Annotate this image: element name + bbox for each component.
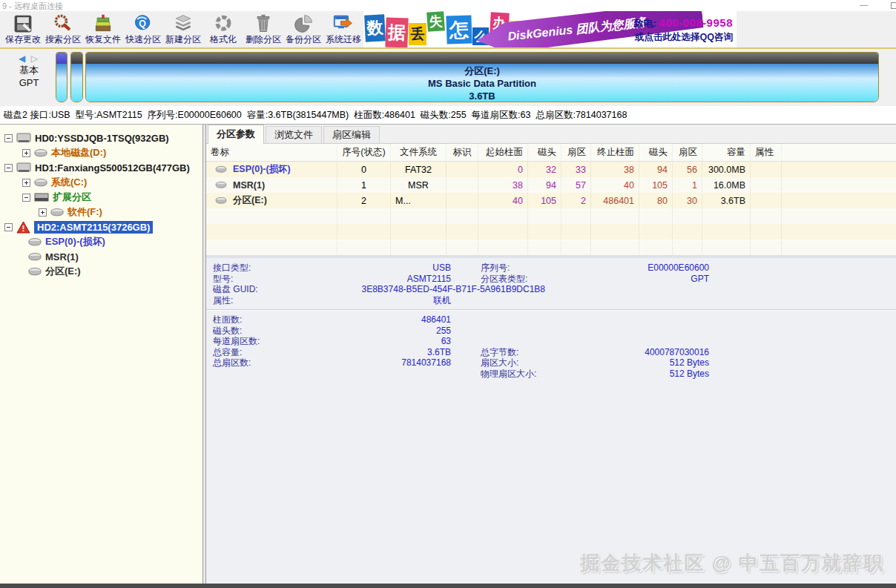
column-header[interactable]: 文件系统 bbox=[391, 144, 447, 161]
tree-item-local-d[interactable]: 本地磁盘(D:) bbox=[0, 145, 202, 160]
harddisk-icon bbox=[16, 131, 31, 145]
detail-value: 255 bbox=[303, 326, 451, 337]
column-header[interactable]: 起始柱面 bbox=[478, 144, 528, 161]
column-header[interactable]: 磁头 bbox=[528, 144, 561, 161]
new-partition-button[interactable]: 新建分区 bbox=[163, 11, 203, 46]
table-header-row: 卷标 序号(状态) 文件系统 标识 起始柱面 磁头 扇区 终止柱面 磁头 扇区 … bbox=[206, 144, 896, 162]
phone-number: 400-008-9958 bbox=[659, 16, 733, 29]
tree-item-hd0[interactable]: HD0:YSSDJQB-1TSQ(932GB) bbox=[0, 131, 202, 145]
table-cell: 38 bbox=[478, 177, 528, 193]
table-row-empty bbox=[206, 208, 896, 224]
table-row-empty bbox=[206, 240, 896, 255]
detail-label: 磁头数: bbox=[206, 326, 303, 337]
detail-label: 总扇区数: bbox=[206, 357, 303, 369]
tree-item-extended[interactable]: 扩展分区 bbox=[0, 190, 202, 205]
tree-item-hd2[interactable]: HD2:ASMT2115(3726GB) bbox=[0, 219, 202, 234]
column-header[interactable]: 序号(状态) bbox=[337, 144, 391, 161]
detail-label: 分区表类型: bbox=[481, 274, 570, 285]
tree-item-msr[interactable]: MSR(1) bbox=[0, 249, 202, 264]
window-title: 9 - 远程桌面连接 bbox=[2, 1, 63, 12]
tree-item-label: 本地磁盘(D:) bbox=[51, 146, 106, 159]
collapse-icon[interactable] bbox=[4, 223, 13, 231]
partition-platter-icon bbox=[215, 165, 227, 174]
column-header[interactable]: 磁头 bbox=[639, 144, 673, 161]
partition-block-esp[interactable] bbox=[56, 52, 67, 102]
partition-platter-icon bbox=[34, 178, 47, 188]
collapse-icon[interactable] bbox=[22, 194, 30, 202]
toolbar-button-label: 备份分区 bbox=[286, 33, 321, 46]
tree-item-label: HD0:YSSDJQB-1TSQ(932GB) bbox=[35, 133, 169, 144]
column-header[interactable]: 标识 bbox=[447, 144, 478, 161]
table-cell: 105 bbox=[528, 193, 561, 208]
detail-value: ASMT2115 bbox=[303, 274, 451, 285]
disk-type-label: 基本 bbox=[6, 64, 52, 76]
table-cell: 2 bbox=[561, 193, 591, 208]
title-bar: 9 - 远程桌面连接 — bbox=[0, 0, 896, 11]
table-row[interactable]: ESP(0)-(损坏) 0 FAT32 0 32 33 38 94 56 300… bbox=[206, 162, 896, 177]
tree-item-software-f[interactable]: 软件(F:) bbox=[0, 205, 202, 219]
nav-back-icon[interactable]: ◀ bbox=[19, 53, 27, 64]
tree-item-partition-e[interactable]: 分区(E:) bbox=[0, 264, 202, 279]
expand-icon[interactable] bbox=[22, 179, 30, 187]
table-cell: 32 bbox=[528, 162, 561, 177]
tab-partition-params[interactable]: 分区参数 bbox=[208, 125, 264, 144]
tree-item-hd1[interactable]: HD1:FanxiangS500512GB(477GB) bbox=[0, 160, 202, 175]
delete-partition-button[interactable]: 删除分区 bbox=[243, 11, 283, 46]
save-icon bbox=[13, 13, 33, 34]
column-header[interactable]: 扇区 bbox=[673, 144, 702, 161]
column-header[interactable]: 终止柱面 bbox=[591, 144, 639, 161]
expand-icon[interactable] bbox=[22, 149, 30, 157]
table-cell bbox=[782, 193, 896, 208]
save-changes-button[interactable]: 保存更改 bbox=[3, 11, 43, 46]
column-header[interactable]: 扇区 bbox=[561, 144, 591, 161]
phone-label: 致电: bbox=[634, 18, 656, 29]
toolbar-button-label: 系统迁移 bbox=[326, 33, 361, 46]
recover-files-icon bbox=[93, 13, 113, 34]
search-icon bbox=[53, 13, 73, 34]
quick-partition-button[interactable]: Q 快速分区 bbox=[123, 11, 163, 46]
tab-browse-files[interactable]: 浏览文件 bbox=[266, 126, 322, 143]
tree-item-system-c[interactable]: 系统(C:) bbox=[0, 175, 202, 190]
column-header[interactable]: 卷标 bbox=[206, 144, 337, 161]
tab-sector-edit[interactable]: 扇区编辑 bbox=[323, 126, 380, 143]
partition-subtitle: MS Basic Data Partition bbox=[86, 77, 878, 90]
toolbar-button-label: 格式化 bbox=[210, 33, 237, 46]
detail-panel: 分区参数 浏览文件 扇区编辑 卷标 序号(状态) 文件系统 标识 起始柱面 磁头… bbox=[206, 125, 896, 584]
table-cell: 40 bbox=[591, 177, 639, 193]
nav-forward-icon[interactable]: ▷ bbox=[31, 53, 39, 64]
partition-block-header bbox=[56, 53, 67, 64]
partition-block-msr[interactable] bbox=[70, 52, 83, 102]
recover-files-button[interactable]: 恢复文件 bbox=[83, 11, 123, 46]
partition-block-e[interactable]: 分区(E:) MS Basic Data Partition 3.6TB bbox=[85, 52, 879, 102]
collapse-icon[interactable] bbox=[4, 164, 13, 172]
table-cell: 16.0MB bbox=[702, 177, 751, 193]
column-header[interactable]: 属性 bbox=[751, 144, 782, 161]
promo-block: 据 bbox=[385, 17, 408, 47]
column-header[interactable]: 容量 bbox=[702, 144, 751, 161]
partition-platter-icon bbox=[50, 208, 64, 217]
table-cell: 38 bbox=[591, 162, 639, 177]
expand-icon[interactable] bbox=[39, 208, 47, 217]
svg-text:Q: Q bbox=[139, 18, 146, 28]
promo-banner[interactable]: 数 据 丢 失 怎 么 办 ！ DiskGenius 团队为您服务 致电: 40… bbox=[363, 11, 737, 47]
system-migration-button[interactable]: 系统迁移 bbox=[323, 11, 363, 46]
table-row[interactable]: MSR(1) 1 MSR 38 94 57 40 105 1 16.0MB bbox=[206, 177, 896, 193]
partition-map: ◀ ▷ 基本 GPT 分区(E:) MS Basic Data Partitio… bbox=[0, 49, 896, 106]
promo-block: 丢 bbox=[409, 23, 426, 45]
backup-partition-button[interactable]: 备份分区 bbox=[283, 11, 323, 46]
globe-q-icon: Q bbox=[133, 13, 154, 34]
tree-item-label: 软件(F:) bbox=[67, 205, 102, 219]
diskgenius-window: 9 - 远程桌面连接 — 保存更改 搜索分区 恢复文件 Q 快速分区 新建分区 … bbox=[0, 0, 896, 588]
qq-consult-link[interactable]: 或点击此处选择QQ咨询 bbox=[634, 31, 733, 44]
maximize-button[interactable] bbox=[891, 2, 896, 9]
warning-icon bbox=[16, 221, 30, 234]
table-cell: 3.6TB bbox=[702, 193, 751, 208]
tree-item-esp[interactable]: ESP(0)-(损坏) bbox=[0, 234, 202, 249]
minimize-button[interactable]: — bbox=[860, 0, 868, 9]
contact-info[interactable]: 致电: 400-008-9958 或点击此处选择QQ咨询 bbox=[634, 16, 733, 44]
format-button[interactable]: 格式化 bbox=[203, 11, 243, 46]
collapse-icon[interactable] bbox=[4, 134, 13, 142]
detail-label bbox=[206, 369, 303, 380]
search-partition-button[interactable]: 搜索分区 bbox=[43, 11, 83, 46]
table-row[interactable]: 分区(E:) 2 M... 40 105 2 486401 80 30 3.6T… bbox=[206, 193, 896, 208]
